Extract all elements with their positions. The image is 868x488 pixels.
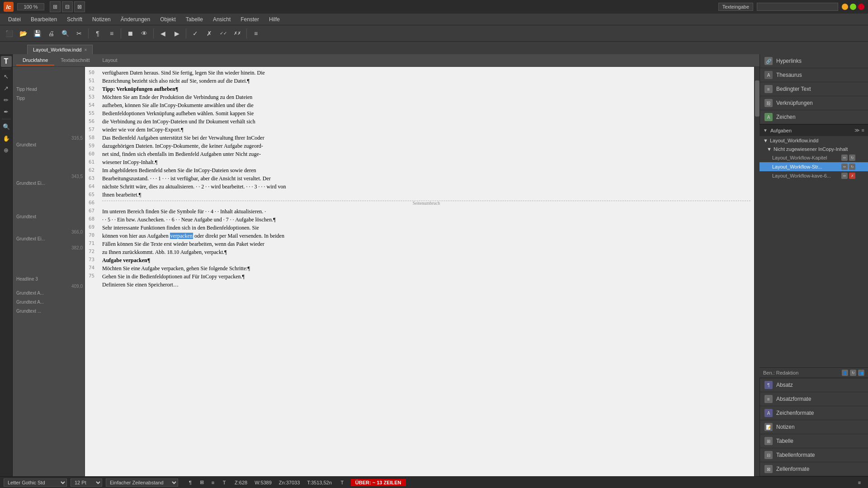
minimize-button[interactable] (842, 4, 848, 10)
toolbar-print[interactable]: 🖨 (45, 27, 57, 40)
doc-tab-active[interactable]: Layout_Workflow.indd × (27, 45, 93, 54)
style-grundtext-2: Grundtext (13, 212, 85, 221)
menu-ansicht[interactable]: Ansicht (208, 15, 235, 24)
close-button[interactable] (858, 4, 864, 10)
item-2-icon-edit: ✏ (841, 164, 848, 170)
tab-layout[interactable]: Layout (96, 56, 123, 66)
panel-hyperlinks[interactable]: 🔗 Hyperlinks (760, 54, 868, 68)
aufgaben-collapse-icon[interactable]: ▼ (763, 128, 768, 133)
panel-zeichen[interactable]: A Zeichen (760, 110, 868, 124)
doc-scrollbar[interactable] (754, 67, 760, 476)
indent-icon[interactable]: ≡ (208, 478, 218, 488)
toolbar-scissors[interactable]: ✂ (73, 27, 85, 40)
aufgaben-expand-icon[interactable]: ≫ (854, 127, 860, 133)
aufgaben-menu-icon[interactable]: ≡ (862, 127, 864, 133)
doc-tab-close[interactable]: × (84, 47, 87, 52)
scroll-thumb[interactable] (755, 80, 760, 117)
size-dropdown[interactable]: 12 Pt (71, 479, 102, 487)
tool-select[interactable]: ↖ (1, 71, 12, 82)
status-icon[interactable]: T (337, 478, 347, 488)
toolbar-save[interactable]: 💾 (31, 27, 43, 40)
menu-notizen[interactable]: Notizen (88, 15, 115, 24)
text-panel[interactable]: 50 51 52 53 54 55 56 57 58 59 60 61 62 6… (85, 67, 754, 476)
main-area: T ↖ ↗ ✏ ✒ 🔍 ✋ ⊕ Druckfahne Textabschnitt… (0, 54, 868, 476)
toolbar-new[interactable]: ⬛ (3, 27, 15, 40)
para-icon[interactable]: ¶ (185, 478, 195, 488)
footer-icon-refresh[interactable]: ↻ (850, 370, 856, 376)
aufgaben-file[interactable]: ▼ Layout_Workflow.indd (760, 136, 868, 145)
text-icon[interactable]: T (219, 478, 229, 488)
main-search-input[interactable] (757, 3, 838, 11)
line-numbers: 50 51 52 53 54 55 56 57 58 59 60 61 62 6… (89, 69, 102, 289)
panel-absatzformate[interactable]: ≡ Absatzformate (760, 392, 868, 406)
footer-icon-person[interactable]: 👤 (842, 370, 848, 376)
aufgaben-item-1[interactable]: Layout_Workflow-Kapitel ✏ ↻ (760, 153, 868, 162)
item-3-icon-edit: ✏ (841, 173, 848, 179)
tool-zoom[interactable]: 🔍 (1, 121, 12, 132)
menu-datei[interactable]: Datei (4, 15, 25, 24)
toolbar-xall[interactable]: ✗✗ (231, 27, 244, 40)
line-57: wieder wie vor dem InCopy-Export.¶ (102, 126, 750, 134)
tool-hand[interactable]: ✋ (1, 133, 12, 144)
font-dropdown[interactable]: Letter Gothic Std (4, 479, 67, 487)
panel-thesaurus[interactable]: A Thesaurus (760, 68, 868, 82)
toolbar-checkall[interactable]: ✓✓ (217, 27, 230, 40)
aufgaben-item-2[interactable]: Layout_Workflow-Str... ✏ ↻ (760, 162, 868, 171)
toolbar-prev[interactable]: ◀ (156, 27, 169, 40)
tool-misc[interactable]: ⊕ (1, 145, 12, 155)
panel-verknupfungen[interactable]: ⛓ Verknüpfungen (760, 96, 868, 110)
toolbar-stop[interactable]: ⏹ (124, 27, 137, 40)
zoom-selector[interactable]: 100 % (17, 3, 44, 10)
line-52: Tipp: Verknüpfungen aufheben¶ (102, 85, 750, 93)
toolbar-sep-2 (121, 28, 121, 38)
style-tipp: Tipp (13, 94, 85, 103)
menu-schrift[interactable]: Schrift (62, 15, 87, 24)
toolbar-next[interactable]: ▶ (170, 27, 183, 40)
align-icon[interactable]: ⊞ (197, 478, 207, 488)
menu-hilfe[interactable]: Hilfe (264, 15, 284, 24)
toolbar-align[interactable]: ≡ (105, 27, 118, 40)
tool-text[interactable]: T (1, 56, 12, 67)
panel-zeichenformate[interactable]: A Zeichenformate (760, 406, 868, 420)
status-menu-icon[interactable]: ≡ (854, 478, 864, 488)
menu-objekt[interactable]: Objekt (156, 15, 180, 24)
title-bar-left: Ic 100 % ⊞ ⊟ ⊠ (4, 1, 85, 12)
toolbar-eye[interactable]: 👁 (138, 27, 151, 40)
menu-bearbeiten[interactable]: Bearbeiten (26, 15, 61, 24)
aufgaben-section-nicht[interactable]: ▼ Nicht zugewiesener InCopy-Inhalt (760, 145, 868, 153)
spacing-dropdown[interactable]: Einfacher Zeilenabstand (106, 479, 178, 487)
panel-notizen[interactable]: 📝 Notizen (760, 420, 868, 434)
texteingabe-dropdown[interactable]: Texteingabe (718, 3, 753, 11)
panel-tabelle[interactable]: ⊞ Tabelle (760, 434, 868, 448)
toolbar-para[interactable]: ¶ (91, 27, 104, 40)
view-icon-1[interactable]: ⊞ (50, 1, 61, 12)
aufgaben-item-3[interactable]: Layout_Workflow-kave-6... ✏ ✗ (760, 171, 868, 180)
panel-absatz[interactable]: ¶ Absatz (760, 378, 868, 392)
menu-tabelle[interactable]: Tabelle (181, 15, 208, 24)
toolbar-x[interactable]: ✗ (203, 27, 216, 40)
toolbar-check[interactable]: ✓ (189, 27, 202, 40)
aufgaben-header-actions: ≫ ≡ (854, 127, 864, 133)
view-icon-3[interactable]: ⊠ (74, 1, 85, 12)
panel-zellenformate[interactable]: ⊠ Zellenformate (760, 462, 868, 476)
toolbar-open[interactable]: 📂 (17, 27, 29, 40)
menu-anderungen[interactable]: Änderungen (116, 15, 155, 24)
tool-direct[interactable]: ↗ (1, 83, 12, 94)
toolbar-menu[interactable]: ≡ (250, 27, 262, 40)
tab-textabschnitt[interactable]: Textabschnitt (54, 56, 96, 66)
footer-icon-group[interactable]: 👥 (858, 370, 864, 376)
view-icon-2[interactable]: ⊟ (62, 1, 73, 12)
tool-pencil[interactable]: ✒ (1, 106, 12, 117)
aufgaben-section-label: Nicht zugewiesener InCopy-Inhalt (774, 146, 848, 152)
toolbar-search[interactable]: 🔍 (59, 27, 71, 40)
panel-bedingter-text[interactable]: ≡ Bedingter Text (760, 82, 868, 96)
tool-pen[interactable]: ✏ (1, 94, 12, 105)
panel-tabellenformate[interactable]: ⊟ Tabellenformate (760, 448, 868, 462)
doc-text[interactable]: verfügbaren Daten heraus. Sind Sie ferti… (102, 69, 750, 289)
absatzformate-icon: ≡ (764, 395, 773, 403)
content-area: Druckfahne Textabschnitt Layout Tipp Hea… (13, 54, 760, 476)
maximize-button[interactable] (850, 4, 856, 10)
menu-fenster[interactable]: Fenster (236, 15, 264, 24)
line-58: Das Bedienfeld Aufgaben unterstützt Sie … (102, 134, 750, 142)
tab-druckfahne[interactable]: Druckfahne (16, 56, 54, 66)
